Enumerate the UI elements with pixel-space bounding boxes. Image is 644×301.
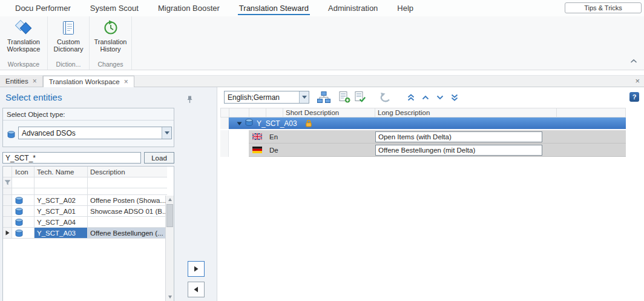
scroll-down-icon[interactable] <box>166 293 174 301</box>
description-cell[interactable]: Showcase ADSO 01 (B... <box>88 206 167 217</box>
header-filler <box>557 108 625 117</box>
close-icon[interactable]: × <box>635 77 640 85</box>
column-header-short-description[interactable]: Short Description <box>283 108 375 117</box>
language-pair-dropdown[interactable]: English;German <box>224 91 309 104</box>
translation-workspace-button[interactable]: Translation Workspace <box>4 19 44 53</box>
row-indicator <box>220 117 229 129</box>
menu-item-help[interactable]: Help <box>387 0 423 16</box>
apply-translation-button[interactable] <box>353 90 367 105</box>
column-header-description[interactable]: Description <box>88 167 167 177</box>
description-cell[interactable]: Offene Posten (Showa... <box>88 195 167 206</box>
row-indicator <box>3 206 12 217</box>
menu-item-migration-booster[interactable]: Migration Booster <box>148 0 229 16</box>
table-row[interactable]: Y_SCT_A01 Showcase ADSO 01 (B... <box>3 206 174 217</box>
move-last-button[interactable] <box>447 90 462 105</box>
expander-icon[interactable] <box>237 119 242 128</box>
object-type-value: Advanced DSOs <box>19 129 162 137</box>
add-translation-button[interactable] <box>337 90 352 105</box>
move-left-button[interactable] <box>188 282 205 297</box>
ribbon: Translation Workspace Workspace Custom D… <box>0 16 644 70</box>
header-cell[interactable] <box>249 108 266 117</box>
long-description-cell <box>375 131 556 142</box>
translation-row-en[interactable]: En <box>220 130 626 144</box>
check-document-icon <box>355 91 366 103</box>
menu-item-translation-steward[interactable]: Translation Steward <box>229 0 318 16</box>
filter-cell[interactable] <box>88 177 167 188</box>
column-header-tech-name[interactable]: Tech. Name <box>34 167 88 177</box>
row-indicator <box>220 144 229 157</box>
ribbon-button-label: Custom Dictionary <box>48 38 88 53</box>
translation-table-header: Short Description Long Description <box>220 108 626 117</box>
translation-table: Short Description Long Description Y_SCT… <box>220 108 626 301</box>
chevron-down-icon[interactable] <box>162 127 171 139</box>
tech-name-cell[interactable]: Y_SCT_A01 <box>34 206 88 217</box>
menu-item-docu-performer[interactable]: Docu Performer <box>5 0 80 16</box>
close-icon[interactable]: × <box>124 78 128 85</box>
tab-entities[interactable]: Entities × <box>0 76 43 87</box>
header-cell[interactable] <box>266 108 283 117</box>
tech-name-cell[interactable]: Y_SCT_A02 <box>34 195 88 206</box>
move-first-button[interactable] <box>404 90 418 105</box>
load-button[interactable]: Load <box>144 152 174 164</box>
adso-icon <box>12 206 34 217</box>
translation-workspace-panel: English;German <box>219 87 644 301</box>
move-right-button[interactable] <box>188 261 205 277</box>
vertical-scrollbar[interactable] <box>165 196 174 301</box>
entity-table: Icon Tech. Name Description Y_ <box>2 166 174 301</box>
filter-cell[interactable] <box>34 177 88 188</box>
application-window: Docu Performer System Scout Migration Bo… <box>0 0 644 301</box>
adso-icon <box>12 217 34 228</box>
column-header-long-description[interactable]: Long Description <box>375 108 557 117</box>
document-tab-bar: Entities × Translation Workspace × × <box>0 75 644 87</box>
menu-item-system-scout[interactable]: System Scout <box>80 0 148 16</box>
entity-row-selected[interactable]: Y_SCT_A03 <box>220 117 626 130</box>
ribbon-button-label: Translation History <box>91 38 131 53</box>
row-indicator <box>220 130 229 144</box>
select-entities-panel: Select entities Select Object type: Adva… <box>0 87 217 301</box>
filter-row[interactable] <box>3 177 174 188</box>
help-button[interactable]: ? <box>629 92 639 102</box>
custom-dictionary-button[interactable]: Custom Dictionary <box>48 19 88 53</box>
long-description-input[interactable] <box>375 131 542 142</box>
move-down-button[interactable] <box>433 90 447 105</box>
column-header-icon[interactable]: Icon <box>12 167 34 177</box>
long-description-input[interactable] <box>375 145 542 156</box>
tech-name-cell[interactable]: Y_SCT_A04 <box>34 217 88 228</box>
translation-history-button[interactable]: Translation History <box>91 19 131 53</box>
description-cell[interactable] <box>88 217 167 228</box>
empty-row <box>3 188 174 195</box>
add-document-icon <box>339 91 350 103</box>
table-row[interactable]: Y_SCT_A02 Offene Posten (Showa... <box>3 195 174 206</box>
adso-icon <box>12 228 34 239</box>
header-cell[interactable] <box>229 108 249 117</box>
description-cell[interactable]: Offene Bestellungen (... <box>88 228 167 239</box>
translation-history-icon <box>103 19 119 37</box>
hierarchy-view-button[interactable] <box>317 90 331 105</box>
row-indicator <box>3 217 12 228</box>
adso-icon <box>12 195 34 206</box>
filter-icon <box>3 177 12 188</box>
chevron-down-icon[interactable] <box>299 91 309 103</box>
ribbon-group-dictionary: Custom Dictionary Diction... <box>48 16 90 70</box>
tips-tricks-button[interactable]: Tips & Tricks <box>565 2 642 13</box>
scrollbar-thumb[interactable] <box>166 204 173 227</box>
translation-row-de[interactable]: De <box>220 144 626 157</box>
tab-label: Translation Workspace <box>49 78 120 85</box>
filter-cell[interactable] <box>12 177 34 188</box>
ribbon-group-label-workspace: Workspace <box>0 61 47 68</box>
scroll-up-icon[interactable] <box>166 196 174 203</box>
entity-filter-input[interactable] <box>2 152 141 164</box>
adso-icon <box>245 119 253 128</box>
table-row[interactable]: Y_SCT_A04 <box>3 217 174 228</box>
menu-item-administration[interactable]: Administration <box>318 0 387 16</box>
tech-name-cell[interactable]: Y_SCT_A03 <box>34 228 88 239</box>
move-up-button[interactable] <box>418 90 433 105</box>
table-row-selected[interactable]: Y_SCT_A03 Offene Bestellungen (... <box>3 228 174 239</box>
close-icon[interactable]: × <box>33 78 37 85</box>
ribbon-collapse-chevron-icon[interactable] <box>628 56 639 66</box>
object-type-dropdown[interactable]: Advanced DSOs <box>18 127 172 139</box>
pin-icon[interactable] <box>186 95 193 106</box>
language-code: De <box>266 147 283 154</box>
tab-translation-workspace[interactable]: Translation Workspace × <box>43 76 134 87</box>
undo-button[interactable] <box>378 90 393 105</box>
